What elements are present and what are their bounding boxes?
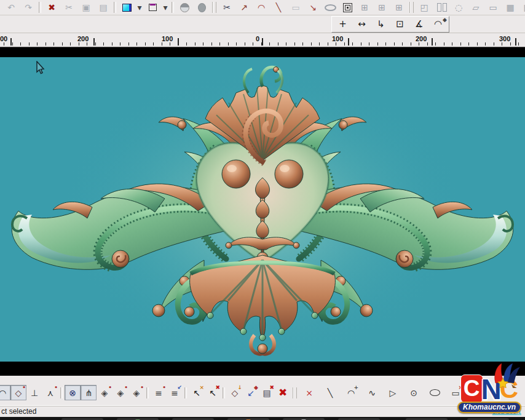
measure-path-button[interactable]: ↳ — [371, 17, 390, 32]
view-sphere-button[interactable]: ⊗ — [65, 385, 81, 400]
node-corner-a-button[interactable]: ◈• — [97, 385, 112, 400]
tangent-handles-button[interactable]: ⋏• — [42, 385, 58, 400]
view-axis-3d-button[interactable]: ⋔ — [81, 385, 97, 400]
mode-node-edit-button[interactable]: ◇• — [10, 385, 26, 400]
ruler-minor-tick — [435, 42, 436, 46]
draw-line-button[interactable]: ╲ — [322, 385, 338, 400]
shaded-view-button[interactable] — [118, 1, 135, 15]
ruler-minor-tick — [219, 42, 220, 46]
trim-vectors-button[interactable]: ✂ — [218, 1, 235, 15]
view-axis-3d-icon: ⋔ — [85, 389, 92, 397]
toolbar-separator — [212, 2, 216, 13]
ruler-minor-tick — [245, 42, 245, 46]
copy-object-c-button[interactable]: ⊞ — [390, 1, 408, 15]
draw-circle-button[interactable]: ⊙ — [406, 385, 422, 400]
select-delete-button[interactable]: ↖✖ — [205, 385, 221, 400]
extend-vector-button[interactable]: ↗ — [235, 1, 253, 15]
horizontal-ruler: 002001000100200300 — [0, 33, 525, 47]
wireframe-view-button[interactable] — [144, 1, 161, 15]
show-axes-button[interactable]: ⊥ — [26, 385, 42, 400]
draw-ellipse-button[interactable] — [427, 385, 443, 400]
wireframe-view-icon — [149, 4, 157, 11]
ruler-minor-tick — [70, 42, 71, 46]
toolbar-separator — [60, 387, 63, 398]
move-node-button[interactable]: ◇↓ — [227, 385, 243, 400]
measure-angle-button[interactable]: ∡ — [409, 17, 428, 32]
mirror-object-button[interactable] — [433, 1, 450, 15]
ruler-minor-tick — [136, 42, 137, 46]
delete-button[interactable]: ✖ — [43, 1, 60, 15]
snap-move-node-icon: ↘ — [309, 3, 317, 12]
ruler-minor-tick — [112, 42, 112, 46]
status-bar: ct selected 1.32 266.1 — [0, 405, 525, 417]
ruler-minor-tick — [294, 42, 295, 46]
ruler-minor-tick — [195, 42, 195, 46]
measure-arc-button[interactable]: ◠◆ — [428, 17, 448, 32]
polygon-dotted-button[interactable]: ◌ — [450, 1, 467, 15]
delete-node-list-button[interactable]: ▤✖ — [259, 385, 275, 400]
render-flat-light-button[interactable] — [193, 1, 210, 15]
ruler-minor-tick — [477, 42, 478, 46]
wireframe-view-dropdown-button[interactable]: ▾ — [161, 1, 170, 15]
cut-button[interactable]: ✂ — [60, 1, 77, 15]
ruler-minor-tick — [411, 42, 411, 46]
measure-rect-button[interactable]: ⊡ — [390, 17, 409, 32]
skew-object-button[interactable]: ▱ — [467, 1, 484, 15]
node-corner-c-button[interactable]: ◈• — [128, 385, 144, 400]
draw-slant-line-button[interactable]: ╲ — [270, 1, 287, 15]
snap-move-node-button[interactable]: ↘ — [304, 1, 322, 15]
draw-spline-button[interactable]: ∿ — [364, 385, 380, 400]
layer-stack-import-button[interactable]: ≡↙ — [167, 385, 183, 400]
paste-button[interactable]: ▤ — [95, 1, 112, 15]
ruler-minor-tick — [402, 42, 403, 46]
copy-object-a-icon: ⊞ — [361, 3, 368, 12]
flat-ellipse-button[interactable] — [322, 1, 339, 15]
scale-object-button[interactable]: ◰ — [416, 1, 433, 15]
tangent-handles-icon: ⋏ — [47, 389, 53, 397]
copy-object-a-button[interactable]: ⊞ — [356, 1, 373, 15]
measure-point-button[interactable]: + — [333, 17, 352, 32]
copy-object-b-button[interactable]: ⊞ — [373, 1, 390, 15]
flat-rectangle-button[interactable]: ▭ — [484, 1, 502, 15]
render-top-light-button[interactable] — [176, 1, 193, 15]
draw-polygon-button[interactable]: ▷ — [385, 385, 401, 400]
mode-arc-segment-button[interactable]: ◠ — [0, 385, 10, 400]
application-window: ↶↷✖✂▣▤▾▾✂↗◠╲▭↘⊞⊞⊞◰◌▱▭▦▦ +↔↳⊡∡◠◆ 00200100… — [0, 0, 525, 420]
measure-distance-button[interactable]: ↔ — [352, 17, 371, 32]
select-snap-button[interactable]: ↖× — [189, 385, 205, 400]
draw-arc-button[interactable]: ◠+ — [343, 385, 359, 400]
ruler-minor-tick — [518, 42, 519, 46]
scale-object-icon: ◰ — [420, 3, 428, 12]
model-viewport[interactable] — [0, 57, 525, 362]
ruler-major-tick — [10, 38, 12, 46]
ruler-minor-tick — [468, 42, 469, 46]
layer-stack-button[interactable]: ≡• — [151, 385, 167, 400]
ruler-minor-tick — [128, 42, 129, 46]
draw-arc-badge: + — [353, 385, 358, 390]
ruler-minor-tick — [286, 42, 286, 46]
viewport-top-border — [0, 47, 525, 57]
ruler-minor-tick — [79, 42, 79, 46]
ruler-minor-tick — [311, 42, 312, 46]
ruler-minor-tick — [29, 42, 30, 46]
shaded-view-dropdown-button[interactable]: ▾ — [135, 1, 144, 15]
undo-button[interactable]: ↶ — [2, 1, 20, 15]
node-corner-b-button[interactable]: ◈• — [112, 385, 128, 400]
array-copy-button[interactable]: ▦ — [502, 1, 519, 15]
redo-button[interactable]: ↷ — [20, 1, 37, 15]
toolbar-separator — [146, 387, 149, 398]
offset-contour-button[interactable] — [339, 1, 356, 15]
logo-site-badge: Khomaucnc.vn — [457, 402, 521, 413]
copy-icon: ▣ — [82, 3, 90, 12]
fillet-arc-button[interactable]: ◠ — [253, 1, 270, 15]
delete-vectors-button[interactable]: ✖ — [275, 385, 291, 400]
array-copy-2-button[interactable]: ▦ — [519, 1, 525, 15]
copy-object-b-icon: ⊞ — [378, 3, 385, 12]
copy-outline-button[interactable]: ▭ — [287, 1, 304, 15]
watermark-logo: C N C Khomaucnc.vn — [455, 374, 524, 413]
draw-point-button[interactable]: × — [301, 385, 317, 400]
node-corner-a-icon: ◈ — [101, 389, 108, 397]
polygon-dotted-icon: ◌ — [455, 3, 462, 12]
insert-node-button[interactable]: ↙◆ — [243, 385, 259, 400]
copy-button[interactable]: ▣ — [77, 1, 95, 15]
